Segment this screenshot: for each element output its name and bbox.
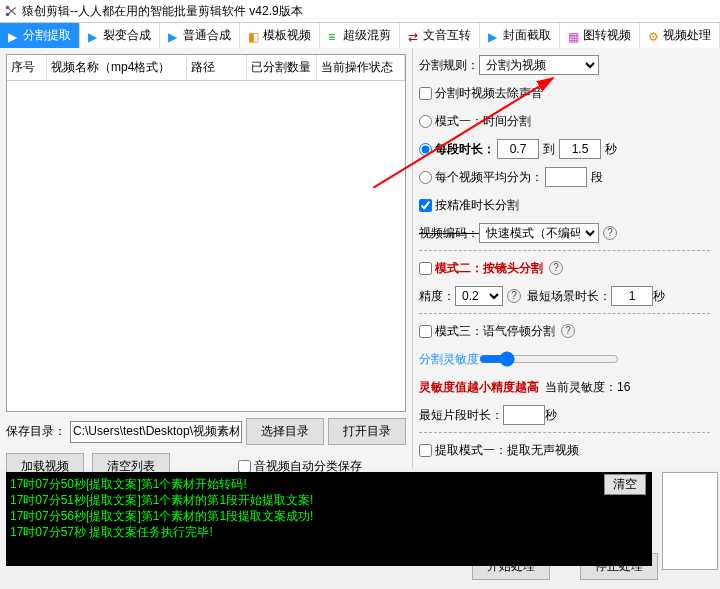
seg-duration-radio[interactable] [419,143,432,156]
log-line: 17时07分56秒[提取文案]第1个素材的第1段提取文案成功! [10,508,648,524]
save-label: 保存目录： [6,423,66,440]
gear-icon: ⚙ [648,30,660,42]
template-icon: ◧ [248,30,260,42]
tab-split[interactable]: ▶分割提取 [0,23,80,48]
extract1-checkbox[interactable] [419,444,432,457]
col-path: 路径 [187,55,247,80]
accuracy-select[interactable]: 0.2 [455,286,503,306]
seg-from-input[interactable] [497,139,539,159]
help-icon[interactable]: ? [507,289,521,303]
tab-cover[interactable]: ▶封面截取 [480,23,560,48]
seg-to-input[interactable] [559,139,601,159]
app-icon [4,4,18,18]
help-icon[interactable]: ? [549,261,563,275]
play-icon: ▶ [8,30,20,42]
log-line: 17时07分51秒[提取文案]第1个素材的第1段开始提取文案! [10,492,648,508]
tab-bar: ▶分割提取 ▶裂变合成 ▶普通合成 ◧模板视频 ≡超级混剪 ⇄文音互转 ▶封面截… [0,22,720,48]
log-line: 17时07分57秒 提取文案任务执行完毕! [10,524,648,540]
tab-template[interactable]: ◧模板视频 [240,23,320,48]
sensitivity-slider[interactable] [479,351,619,367]
tab-fission[interactable]: ▶裂变合成 [80,23,160,48]
tab-supermix[interactable]: ≡超级混剪 [320,23,400,48]
play-icon: ▶ [488,30,500,42]
save-path-input[interactable] [70,421,242,443]
grid-header: 序号 视频名称（mp4格式） 路径 已分割数量 当前操作状态 [7,55,405,81]
play-icon: ▶ [168,30,180,42]
encode-label: 视频编码： [419,225,479,242]
title-bar: 猿创剪辑--人人都在用的智能批量剪辑软件 v42.9版本 [0,0,720,22]
mode1-radio[interactable] [419,115,432,128]
help-icon[interactable]: ? [561,324,575,338]
log-console: 17时07分50秒[提取文案]第1个素材开始转码! 17时07分51秒[提取文案… [6,472,652,566]
open-dir-button[interactable]: 打开目录 [328,418,406,445]
tab-img2video[interactable]: ▦图转视频 [560,23,640,48]
help-icon[interactable]: ? [603,226,617,240]
col-count: 已分割数量 [247,55,317,80]
avg-input[interactable] [545,167,587,187]
play-icon: ▶ [88,30,100,42]
mode3-checkbox[interactable] [419,325,432,338]
encode-select[interactable]: 快速模式（不编码） [479,223,599,243]
col-name: 视频名称（mp4格式） [47,55,187,80]
remove-audio-checkbox[interactable] [419,87,432,100]
minscene-input[interactable] [611,286,653,306]
grid-body [7,81,405,411]
bars-icon: ≡ [328,30,340,42]
tab-process[interactable]: ⚙视频处理 [640,23,720,48]
clear-console-button[interactable]: 清空 [604,474,646,495]
avg-radio[interactable] [419,171,432,184]
rule-select[interactable]: 分割为视频 [479,55,599,75]
col-no: 序号 [7,55,47,80]
choose-dir-button[interactable]: 选择目录 [246,418,324,445]
tab-normal[interactable]: ▶普通合成 [160,23,240,48]
col-status: 当前操作状态 [317,55,405,80]
minclip-input[interactable] [503,405,545,425]
mode2-checkbox[interactable] [419,262,432,275]
tab-text2audio[interactable]: ⇄文音互转 [400,23,480,48]
swap-icon: ⇄ [408,30,420,42]
log-line: 17时07分50秒[提取文案]第1个素材开始转码! [10,476,648,492]
precise-checkbox[interactable] [419,199,432,212]
image-icon: ▦ [568,30,580,42]
video-grid[interactable]: 序号 视频名称（mp4格式） 路径 已分割数量 当前操作状态 [6,54,406,412]
rule-label: 分割规则： [419,57,479,74]
app-title: 猿创剪辑--人人都在用的智能批量剪辑软件 v42.9版本 [22,3,303,20]
